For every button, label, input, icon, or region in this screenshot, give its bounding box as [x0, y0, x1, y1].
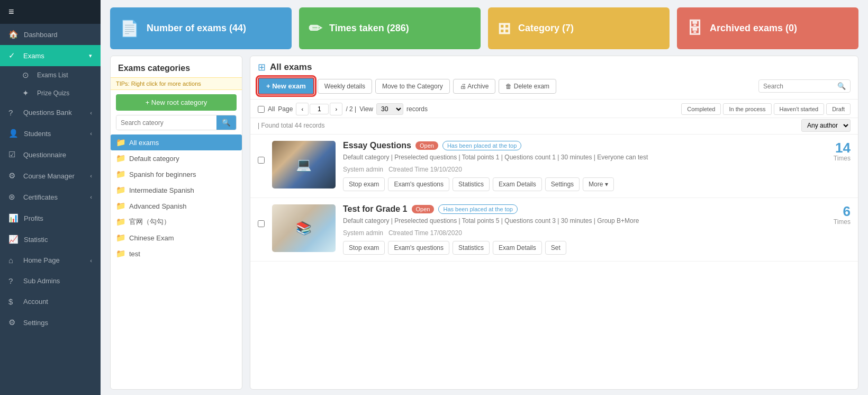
exam-list: 💻 Essay Questions Open Has been placed a…	[250, 134, 858, 389]
category-item-intermediate-spanish[interactable]: 📁 Intermediate Spanish	[111, 182, 242, 198]
main-content: 📄 Number of exams (44) ✏ Times taken (28…	[101, 0, 868, 395]
weekly-details-button[interactable]: Weekly details	[318, 79, 372, 94]
stat-card-archived[interactable]: 🗄 Archived exams (0)	[677, 7, 858, 49]
exam-count-1: 14 Times	[834, 141, 851, 162]
exam-questions-button-2[interactable]: Exam's questions	[388, 241, 449, 255]
statistics-button-2[interactable]: Statistics	[453, 241, 490, 255]
category-item-guanwang[interactable]: 📁 官网（勾勾）	[111, 214, 242, 230]
sidebar-item-settings[interactable]: ⚙ Settings	[0, 312, 101, 333]
settings-button-2[interactable]: Set	[545, 241, 566, 255]
exam-count-num-1: 14	[834, 141, 851, 155]
statistics-button-1[interactable]: Statistics	[453, 177, 490, 191]
exam-meta-2: Default category | Preselected questions…	[343, 216, 826, 226]
sidebar-label-dashboard: Dashboard	[24, 31, 58, 39]
page-number-input[interactable]	[310, 104, 329, 114]
sidebar-item-profits[interactable]: 📊 Profits	[0, 208, 101, 229]
filter-row-2: | Found total 44 records Any author	[250, 118, 858, 134]
select-all-checkbox[interactable]	[258, 106, 265, 113]
category-item-chinese-exam[interactable]: 📁 Chinese Exam	[111, 230, 242, 246]
new-exam-button[interactable]: + New exam	[258, 77, 314, 95]
exam-details-button-2[interactable]: Exam Details	[493, 241, 542, 255]
settings-icon: ⚙	[8, 318, 18, 327]
sidebar-item-certificates[interactable]: ⊛ Certificates ‹	[0, 186, 101, 208]
categories-title: Exams categories	[111, 56, 242, 77]
next-page-button[interactable]: ›	[330, 103, 342, 115]
category-item-all-exams[interactable]: 📁 All exams	[111, 134, 242, 150]
folder-icon7: 📁	[116, 233, 126, 243]
category-item-label: All exams	[129, 139, 159, 147]
exam-author-1: System admin Ctreated Time 19/10/2020	[343, 166, 826, 173]
author-select[interactable]: Any author	[801, 119, 851, 132]
exam-count-2: 6 Times	[834, 204, 851, 226]
exam-created-1: Ctreated Time 19/10/2020	[388, 166, 462, 173]
exam-thumbnail-laptop: 💻	[272, 141, 336, 188]
exam-status-badge-2: Open	[412, 205, 435, 213]
exam-thumb-1: 💻	[272, 141, 336, 188]
folder-icon4: 📁	[116, 185, 126, 195]
delete-exam-button[interactable]: 🗑 Delete exam	[499, 79, 556, 94]
view-label: View	[359, 105, 373, 113]
category-item-default[interactable]: 📁 Default category	[111, 150, 242, 166]
filter-in-process[interactable]: In the process	[723, 103, 771, 115]
categories-panel: Exams categories TIPs: Right click for m…	[110, 56, 242, 390]
search-icon: 🔍	[837, 82, 846, 90]
stat-label-num-exams: Number of exams (44)	[147, 23, 246, 34]
sidebar-item-course-manager[interactable]: ⚙ Course Manager ‹	[0, 165, 101, 186]
stat-card-times-taken[interactable]: ✏ Times taken (286)	[299, 7, 481, 49]
new-root-category-button[interactable]: + New root category	[116, 94, 237, 111]
sidebar-item-prize-quizzes[interactable]: ✦ Prize Quizs	[17, 84, 101, 102]
sidebar-item-questionnaire[interactable]: ☑ Questionnaire	[0, 144, 101, 165]
stat-card-category[interactable]: ⊞ Category (7)	[488, 7, 670, 49]
exam-questions-button-1[interactable]: Exam's questions	[388, 177, 449, 191]
stop-exam-button-1[interactable]: Stop exam	[343, 177, 385, 191]
more-button-1[interactable]: More ▾	[583, 177, 614, 191]
filter-draft[interactable]: Draft	[826, 103, 851, 115]
exam-name-row-1: Essay Questions Open Has been placed at …	[343, 141, 826, 150]
exams-search-input[interactable]	[763, 83, 837, 90]
found-records-text: | Found total 44 records	[258, 122, 325, 129]
move-to-category-button[interactable]: Move to the Category	[375, 79, 450, 94]
prev-page-button[interactable]: ‹	[296, 103, 309, 115]
sidebar-item-dashboard[interactable]: 🏠 Dashboard	[0, 24, 101, 45]
stop-exam-button-2[interactable]: Stop exam	[343, 241, 385, 255]
filter-not-started[interactable]: Haven't started	[774, 103, 825, 115]
filter-completed[interactable]: Completed	[681, 103, 721, 115]
sidebar-item-sub-admins[interactable]: ? Sub Admins	[0, 271, 101, 291]
archive-icon: 🗄	[686, 20, 702, 38]
settings-button-1[interactable]: Settings	[545, 177, 580, 191]
exam-checkbox-1[interactable]	[258, 157, 265, 164]
records-per-page-select[interactable]: 30 50 100	[376, 103, 403, 115]
sidebar-item-exams[interactable]: ✓ Exams ▾	[0, 45, 101, 66]
sidebar-item-account[interactable]: $ Account	[0, 291, 101, 312]
pencil-icon: ✏	[309, 19, 322, 38]
exam-thumbnail-library: 📚	[272, 204, 336, 252]
sidebar-label-certificates: Certificates	[23, 193, 58, 201]
archive-button[interactable]: 🖨 Archive	[453, 79, 496, 94]
hamburger-icon[interactable]: ≡	[8, 6, 14, 17]
exam-count-label-2: Times	[834, 218, 851, 226]
stat-card-num-exams[interactable]: 📄 Number of exams (44)	[110, 7, 292, 49]
sidebar-item-exams-list[interactable]: ⊙ Exams List	[17, 66, 101, 84]
sidebar-label-prize-quizzes: Prize Quizs	[37, 89, 69, 97]
category-search-input[interactable]	[116, 116, 216, 130]
chevron-right-icon5: ‹	[90, 257, 92, 264]
gear-icon: ⚙	[8, 171, 18, 181]
checkbox-icon: ☑	[8, 150, 18, 159]
category-search-button[interactable]: 🔍	[216, 115, 236, 130]
category-item-advanced-spanish[interactable]: 📁 Advanced Spanish	[111, 198, 242, 214]
category-item-test[interactable]: 📁 test	[111, 246, 242, 262]
page-label: Page	[278, 105, 293, 113]
folder-icon3: 📁	[116, 169, 126, 179]
sidebar-item-questions-bank[interactable]: ? Questions Bank ‹	[0, 102, 101, 123]
exam-checkbox-2[interactable]	[258, 220, 265, 227]
document-icon: 📄	[120, 19, 139, 38]
user-icon: 👤	[8, 129, 19, 138]
chevron-down-icon: ▾	[89, 52, 92, 59]
exam-meta-1: Default category | Preselected questions…	[343, 152, 826, 163]
exam-details-button-1[interactable]: Exam Details	[493, 177, 542, 191]
sidebar-item-statistic[interactable]: 📈 Statistic	[0, 229, 101, 250]
sidebar-item-home-page[interactable]: ⌂ Home Page ‹	[0, 250, 101, 271]
exam-top-badge-1: Has been placed at the top	[442, 141, 521, 150]
category-item-spanish-beginners[interactable]: 📁 Spanish for beginners	[111, 166, 242, 182]
sidebar-item-students[interactable]: 👤 Students ‹	[0, 123, 101, 144]
